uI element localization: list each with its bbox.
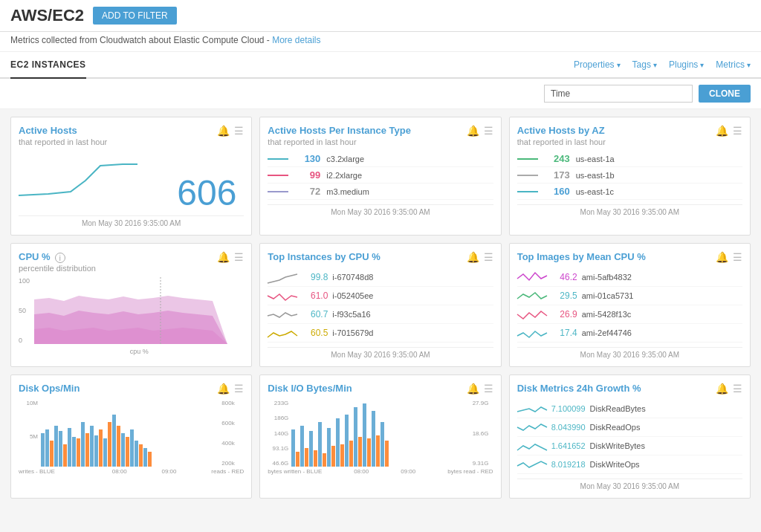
cpu-x-axis: cpu % xyxy=(34,348,244,355)
metrics-menu[interactable]: Metrics ▾ xyxy=(716,59,751,70)
bar xyxy=(340,444,344,467)
disk-io-bytes-title: Disk I/O Bytes/Min xyxy=(268,383,493,394)
bell-icon-4[interactable]: 🔔 xyxy=(217,251,230,263)
bell-icon-3[interactable]: 🔔 xyxy=(716,125,728,137)
disk-io-actions: 🔔 ☰ xyxy=(467,383,493,395)
bar xyxy=(336,418,340,467)
bell-icon-2[interactable]: 🔔 xyxy=(467,125,479,137)
metric-value: 130 xyxy=(294,153,320,164)
properties-arrow-icon: ▾ xyxy=(617,61,621,69)
cpu-y-axis: 100 50 0 xyxy=(19,277,31,344)
bar xyxy=(296,452,299,467)
tags-menu[interactable]: Tags ▾ xyxy=(632,59,657,70)
disk-io-right-axis: 27.9G 18.6G 9.31G xyxy=(471,400,493,467)
bar xyxy=(363,403,366,467)
list-item: 8.019218 DiskWriteOps xyxy=(517,455,742,474)
bell-icon[interactable]: 🔔 xyxy=(217,125,230,137)
more-details-link[interactable]: More details xyxy=(272,35,320,45)
bar xyxy=(291,429,295,467)
instance-id: i-052405ee xyxy=(332,291,373,300)
ec2-instances-tab[interactable]: EC2 INSTANCES xyxy=(10,52,86,79)
metric-label: c3.2xlarge xyxy=(326,155,364,163)
image-id: ami-2ef44746 xyxy=(582,328,632,337)
bar xyxy=(318,422,322,467)
metric-label: m3.medium xyxy=(326,187,369,196)
plugins-menu[interactable]: Plugins ▾ xyxy=(669,59,704,70)
clone-button[interactable]: CLONE xyxy=(699,85,751,103)
top-images-list: 46.2 ami-5afb4832 29.5 ami-01ca5731 26.9… xyxy=(517,268,742,343)
active-hosts-timestamp: Mon May 30 2016 9:35:00 AM xyxy=(19,215,244,227)
active-hosts-subtitle: that reported in last hour xyxy=(19,137,244,146)
dashboard: Active Hosts that reported in last hour … xyxy=(0,109,761,506)
properties-label: Properties xyxy=(574,59,615,70)
list-item: 60.7 i-f93c5a16 xyxy=(268,305,493,324)
bar xyxy=(305,448,308,467)
sparkline xyxy=(517,420,547,435)
top-images-timestamp: Mon May 30 2016 9:35:00 AM xyxy=(517,347,742,359)
metric-growth-value: 7.100099 xyxy=(551,404,586,413)
menu-icon-3[interactable]: ☰ xyxy=(733,125,742,137)
list-item: 72 m3.medium xyxy=(268,184,493,200)
instance-value: 60.7 xyxy=(302,309,328,319)
cpu-chart-svg xyxy=(34,277,244,344)
menu-icon-2[interactable]: ☰ xyxy=(484,125,493,137)
bell-icon-6[interactable]: 🔔 xyxy=(716,251,728,263)
list-item: 99 i2.2xlarge xyxy=(268,167,493,184)
top-images-title: Top Images by Mean CPU % xyxy=(517,251,742,262)
per-type-actions: 🔔 ☰ xyxy=(467,125,493,137)
bar xyxy=(367,438,371,467)
add-to-filter-button[interactable]: ADD TO FILTER xyxy=(93,7,177,25)
instance-id: i-7015679d xyxy=(332,328,373,337)
image-value: 26.9 xyxy=(551,309,577,319)
bar xyxy=(309,431,313,467)
list-item: 130 c3.2xlarge xyxy=(268,151,493,167)
disk-metrics-actions: 🔔 ☰ xyxy=(716,383,742,395)
left-axis-label: writes - BLUE xyxy=(19,468,55,475)
properties-menu[interactable]: Properties ▾ xyxy=(574,59,621,70)
metric-growth-label: DiskWriteBytes xyxy=(590,441,645,450)
line-indicator xyxy=(517,175,538,176)
info-icon[interactable]: i xyxy=(55,253,65,263)
list-item: 173 us-east-1b xyxy=(517,167,742,184)
sparkline xyxy=(517,438,547,453)
bar xyxy=(349,441,353,467)
bar xyxy=(385,441,389,467)
bar xyxy=(108,422,111,467)
bell-icon-8[interactable]: 🔔 xyxy=(467,383,479,395)
image-id: ami-5afb4832 xyxy=(582,273,632,282)
menu-icon[interactable]: ☰ xyxy=(234,125,244,137)
left-axis-label: bytes written - BLUE xyxy=(268,468,322,475)
menu-icon-9[interactable]: ☰ xyxy=(733,383,742,395)
metric-growth-value: 8.019218 xyxy=(551,460,586,469)
instance-id: i-670748d8 xyxy=(332,273,373,282)
bar xyxy=(45,429,49,467)
menu-icon-5[interactable]: ☰ xyxy=(484,251,493,263)
bell-icon-9[interactable]: 🔔 xyxy=(716,383,728,395)
page-title: AWS/EC2 xyxy=(10,6,84,25)
list-item: 243 us-east-1a xyxy=(517,151,742,167)
list-item: 29.5 ami-01ca5731 xyxy=(517,287,742,305)
bell-icon-5[interactable]: 🔔 xyxy=(467,251,479,263)
line-indicator xyxy=(268,191,288,192)
active-hosts-by-az-card: Active Hosts by AZ that reported in last… xyxy=(509,117,751,236)
metric-growth-value: 8.043990 xyxy=(551,423,586,432)
bell-icon-7[interactable]: 🔔 xyxy=(217,383,230,395)
disk-ops-x-axis: writes - BLUE 08:00 09:00 reads - RED xyxy=(19,468,244,475)
menu-icon-7[interactable]: ☰ xyxy=(234,383,244,395)
list-item: 17.4 ami-2ef44746 xyxy=(517,324,742,343)
metric-label: i2.2xlarge xyxy=(326,171,362,180)
metric-growth-label: DiskReadOps xyxy=(590,423,641,432)
menu-icon-6[interactable]: ☰ xyxy=(733,251,742,263)
cpu-title: CPU % xyxy=(19,251,51,262)
metric-value: 99 xyxy=(294,169,320,181)
metric-value: 160 xyxy=(544,186,570,197)
disk-io-x-axis: bytes written - BLUE 08:00 09:00 bytes r… xyxy=(268,468,493,475)
instance-value: 99.8 xyxy=(302,272,328,282)
menu-icon-4[interactable]: ☰ xyxy=(234,251,244,263)
list-item: 99.8 i-670748d8 xyxy=(268,268,493,287)
tags-arrow-icon: ▾ xyxy=(653,61,657,69)
clone-input[interactable]: Time xyxy=(544,85,693,103)
metric-value: 72 xyxy=(294,186,320,197)
menu-icon-8[interactable]: ☰ xyxy=(484,383,493,395)
sparkline xyxy=(517,288,547,303)
